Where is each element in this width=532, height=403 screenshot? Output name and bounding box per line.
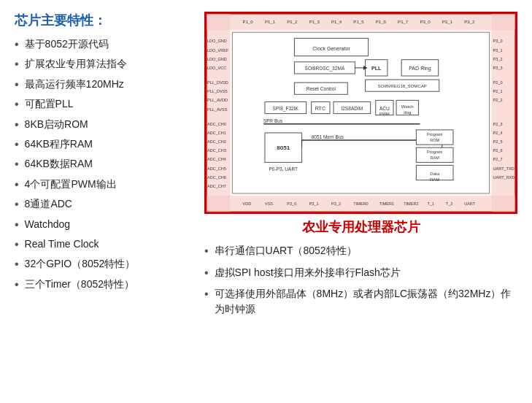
feature-item-2: 最高运行频率120MHz: [15, 77, 190, 93]
feature-item-1: 扩展农业专用算法指令: [15, 56, 190, 72]
svg-text:SPI8_F32IK: SPI8_F32IK: [273, 106, 299, 112]
chip-title: 农业专用处理器芯片: [204, 218, 517, 236]
feature-item-9: Watchdog: [15, 217, 190, 233]
left-column: 芯片主要特性： 基于8052开源代码扩展农业专用算法指令最高运行频率120MHz…: [15, 12, 190, 322]
svg-text:Program: Program: [427, 150, 443, 154]
svg-text:P1_5: P1_5: [353, 20, 364, 24]
svg-text:P2_7: P2_7: [493, 157, 503, 161]
feature-item-7: 4个可配置PWM输出: [15, 177, 190, 193]
svg-text:8051 Mem Bus: 8051 Mem Bus: [312, 134, 344, 139]
feature-item-5: 64KB程序RAM: [15, 137, 190, 153]
svg-text:P2_1: P2_1: [493, 89, 503, 93]
feature-item-12: 三个Timer（8052特性）: [15, 277, 190, 293]
svg-text:TIMER1: TIMER1: [379, 202, 394, 206]
svg-text:VSS: VSS: [265, 202, 273, 206]
svg-text:P2_0: P2_0: [493, 80, 503, 85]
svg-text:Clock Generator: Clock Generator: [312, 46, 350, 52]
svg-text:RAM: RAM: [430, 177, 439, 182]
svg-text:Data: Data: [430, 172, 439, 176]
svg-text:T_1: T_1: [428, 202, 435, 206]
svg-text:P2_2: P2_2: [493, 98, 503, 102]
svg-text:VDD: VDD: [243, 202, 252, 206]
svg-text:P3_2: P3_2: [331, 202, 341, 206]
right-column: P1_0 P1_1 P1_2 P1_3 P1_4 P1_5 P1_6 P1_7 …: [204, 12, 517, 322]
svg-text:Reset Control: Reset Control: [307, 86, 336, 91]
svg-text:UART_TXD: UART_TXD: [493, 166, 514, 171]
feature-item-8: 8通道ADC: [15, 196, 190, 212]
feature-item-0: 基于8052开源代码: [15, 37, 190, 53]
svg-text:PWM: PWM: [379, 112, 390, 116]
svg-text:T_2: T_2: [446, 202, 453, 206]
chip-svg: P1_0 P1_1 P1_2 P1_3 P1_4 P1_5 P1_6 P1_7 …: [206, 13, 516, 212]
svg-text:P1_4: P1_4: [331, 20, 342, 24]
svg-text:P1_2: P1_2: [287, 20, 298, 24]
svg-text:ADC_CH2: ADC_CH2: [207, 139, 226, 144]
svg-text:ADC_CH6: ADC_CH6: [207, 175, 226, 180]
feature-item-6: 64KB数据RAM: [15, 156, 190, 172]
svg-text:P2_4: P2_4: [493, 131, 503, 135]
svg-text:Program: Program: [427, 132, 443, 137]
svg-text:P3_0: P3_0: [420, 20, 431, 24]
svg-text:I2S8ADIM: I2S8ADIM: [341, 106, 363, 111]
svg-text:PLL_AVSS: PLL_AVSS: [207, 107, 228, 112]
svg-text:PLL: PLL: [371, 66, 382, 72]
svg-text:P3_3: P3_3: [493, 66, 503, 70]
feature-item-11: 32个GPIO（8052特性）: [15, 256, 190, 272]
svg-text:dog: dog: [404, 110, 411, 115]
svg-text:P1_1: P1_1: [265, 20, 276, 24]
svg-text:PLL_DVDD: PLL_DVDD: [207, 80, 228, 85]
svg-text:ADC_CH7: ADC_CH7: [207, 184, 226, 188]
svg-text:Watch: Watch: [401, 104, 414, 109]
svg-text:ADC_CH4: ADC_CH4: [207, 157, 226, 161]
svg-text:P1_0: P1_0: [243, 20, 254, 24]
svg-text:P3_1: P3_1: [493, 48, 503, 53]
svg-rect-2: [207, 14, 230, 212]
svg-text:SFR Bus: SFR Bus: [263, 118, 283, 123]
svg-text:P2_3: P2_3: [493, 122, 503, 126]
right-feature-item-0: 串行通信口UART（8052特性）: [204, 243, 517, 259]
svg-text:8051: 8051: [277, 145, 290, 151]
svg-text:PLL_DVS5: PLL_DVS5: [207, 89, 227, 93]
svg-text:P1_7: P1_7: [398, 20, 409, 24]
chip-diagram: P1_0 P1_1 P1_2 P1_3 P1_4 P1_5 P1_6 P1_7 …: [204, 12, 517, 214]
svg-text:PLL_AVDD: PLL_AVDD: [207, 98, 228, 102]
svg-text:P3_0: P3_0: [493, 39, 503, 43]
section-title: 芯片主要特性：: [15, 12, 190, 29]
svg-text:P3_1: P3_1: [309, 202, 319, 206]
right-bullet-list: 串行通信口UART（8052特性）虚拟SPI host接口用来外接串行Flash…: [204, 243, 517, 317]
feature-item-10: Real Time Clock: [15, 237, 190, 253]
feature-list: 基于8052开源代码扩展农业专用算法指令最高运行频率120MHz可配置PLL8K…: [15, 37, 190, 293]
svg-text:ADC_CH5: ADC_CH5: [207, 166, 226, 171]
feature-item-3: 可配置PLL: [15, 96, 190, 112]
svg-text:TIMER2: TIMER2: [404, 202, 418, 206]
svg-text:P0-P3, UART: P0-P3, UART: [269, 166, 298, 172]
svg-text:P2_6: P2_6: [493, 148, 503, 153]
svg-text:LDO_GND: LDO_GND: [207, 57, 227, 61]
svg-text:P2_5: P2_5: [493, 139, 503, 144]
svg-text:LDO_VCC: LDO_VCC: [207, 66, 226, 70]
svg-text:TIMER0: TIMER0: [353, 202, 368, 206]
main-layout: 芯片主要特性： 基于8052开源代码扩展农业专用算法指令最高运行频率120MHz…: [15, 12, 517, 322]
svg-text:P3_2: P3_2: [464, 20, 475, 24]
svg-text:ADC_CH0: ADC_CH0: [207, 122, 226, 126]
svg-text:ADC_CH1: ADC_CH1: [207, 131, 226, 135]
svg-text:P1_3: P1_3: [309, 20, 320, 24]
svg-text:P3_2: P3_2: [493, 57, 503, 61]
svg-text:LDO_VREF: LDO_VREF: [207, 48, 229, 53]
feature-item-4: 8KB启动ROM: [15, 117, 190, 133]
svg-text:SOI8ROSC_32MA: SOI8ROSC_32MA: [305, 66, 345, 72]
svg-text:P3_1: P3_1: [442, 20, 453, 24]
svg-text:PAD Ring: PAD Ring: [409, 66, 431, 72]
svg-text:SOI8VREG18_SOMCAP: SOI8VREG18_SOMCAP: [377, 84, 426, 88]
svg-text:P1_6: P1_6: [376, 20, 387, 24]
right-feature-item-1: 虚拟SPI host接口用来外接串行Flash芯片: [204, 265, 517, 281]
svg-text:UART: UART: [464, 202, 476, 206]
svg-text:ADC_CH3: ADC_CH3: [207, 148, 226, 153]
svg-text:LDO_GND: LDO_GND: [207, 39, 227, 43]
svg-text:ROM: ROM: [430, 138, 439, 142]
svg-text:ACU: ACU: [379, 106, 390, 111]
svg-text:RAM: RAM: [431, 156, 440, 160]
svg-text:UART_RXD: UART_RXD: [493, 175, 515, 180]
svg-text:P3_0: P3_0: [287, 202, 296, 206]
svg-text:RTC: RTC: [315, 106, 325, 112]
